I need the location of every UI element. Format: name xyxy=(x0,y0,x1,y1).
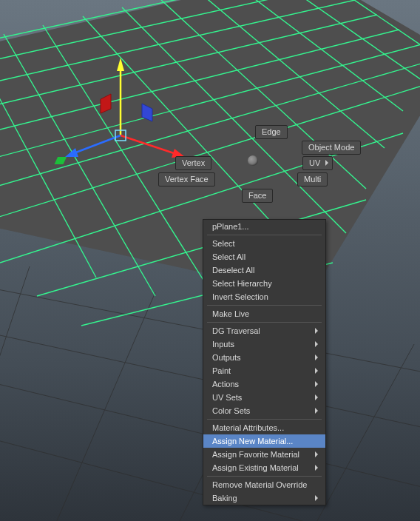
face-label: Face xyxy=(248,191,266,200)
menu-assign-new-material-label: Assign New Material... xyxy=(212,436,293,446)
svg-line-5 xyxy=(52,292,155,521)
menu-dg-traversal[interactable]: DG Traversal xyxy=(203,324,325,337)
menu-outputs[interactable]: Outputs xyxy=(203,351,325,364)
menu-uv-sets-label: UV Sets xyxy=(212,392,242,403)
menu-make-live[interactable]: Make Live xyxy=(203,307,325,320)
menu-remove-material-override[interactable]: Remove Material Override xyxy=(203,478,325,491)
menu-inputs-label: Inputs xyxy=(212,339,234,349)
menu-inputs[interactable]: Inputs xyxy=(203,337,325,351)
multi-label: Multi xyxy=(304,175,321,184)
menu-select[interactable]: Select xyxy=(203,237,325,250)
menu-select-all-label: Select All xyxy=(212,252,245,262)
chevron-right-icon xyxy=(315,408,318,414)
menu-assign-favorite-material-label: Assign Favorite Material xyxy=(212,449,299,460)
face-button[interactable]: Face xyxy=(242,189,273,203)
menu-select-label: Select xyxy=(212,238,235,249)
menu-deselect-all-label: Deselect All xyxy=(212,265,254,275)
menu-paint[interactable]: Paint xyxy=(203,364,325,377)
chevron-right-icon xyxy=(325,160,328,166)
menu-remove-material-override-label: Remove Material Override xyxy=(212,480,307,490)
menu-separator xyxy=(207,322,322,323)
object-mode-button[interactable]: Object Mode xyxy=(302,141,361,155)
menu-separator xyxy=(207,235,322,235)
menu-invert-selection[interactable]: Invert Selection xyxy=(203,290,325,303)
menu-select-all[interactable]: Select All xyxy=(203,250,325,263)
menu-paint-label: Paint xyxy=(212,366,231,376)
menu-material-attributes-label: Material Attributes... xyxy=(212,423,284,433)
menu-separator xyxy=(207,419,322,420)
menu-select-hierarchy-label: Select Hierarchy xyxy=(212,278,272,289)
uv-button[interactable]: UV xyxy=(302,156,333,170)
chevron-right-icon xyxy=(315,354,318,360)
vertex-button[interactable]: Vertex xyxy=(175,156,211,170)
vertex-face-label: Vertex Face xyxy=(165,175,209,184)
menu-color-sets[interactable]: Color Sets xyxy=(203,404,325,417)
menu-assign-existing-material-label: Assign Existing Material xyxy=(212,463,299,473)
context-menu: pPlane1... Select Select All Deselect Al… xyxy=(203,219,326,505)
chevron-right-icon xyxy=(315,465,318,471)
menu-separator xyxy=(207,305,322,306)
menu-actions[interactable]: Actions xyxy=(203,377,325,391)
chevron-right-icon xyxy=(315,328,318,334)
menu-select-hierarchy[interactable]: Select Hierarchy xyxy=(203,277,325,290)
chevron-right-icon xyxy=(315,451,318,457)
menu-baking[interactable]: Baking xyxy=(203,491,325,505)
menu-make-live-label: Make Live xyxy=(212,309,249,319)
menu-uv-sets[interactable]: UV Sets xyxy=(203,391,325,404)
edge-label: Edge xyxy=(262,127,281,136)
menu-assign-favorite-material[interactable]: Assign Favorite Material xyxy=(203,448,325,461)
chevron-right-icon xyxy=(315,341,318,347)
menu-color-sets-label: Color Sets xyxy=(212,406,250,416)
svg-line-7 xyxy=(311,344,414,521)
menu-invert-selection-label: Invert Selection xyxy=(212,292,268,302)
chevron-right-icon xyxy=(315,394,318,400)
menu-baking-label: Baking xyxy=(212,493,237,503)
chevron-right-icon xyxy=(315,495,318,501)
marking-menu-center-dot xyxy=(248,155,258,166)
menu-dg-traversal-label: DG Traversal xyxy=(212,326,260,336)
chevron-right-icon xyxy=(315,381,318,387)
object-mode-label: Object Mode xyxy=(308,143,354,152)
multi-button[interactable]: Multi xyxy=(297,172,328,186)
edge-button[interactable]: Edge xyxy=(255,125,288,139)
chevron-right-icon xyxy=(315,368,318,374)
menu-header-label: pPlane1... xyxy=(212,221,249,232)
menu-outputs-label: Outputs xyxy=(212,352,241,363)
menu-material-attributes[interactable]: Material Attributes... xyxy=(203,421,325,434)
vertex-label: Vertex xyxy=(182,158,205,167)
menu-assign-existing-material[interactable]: Assign Existing Material xyxy=(203,461,325,474)
uv-label: UV xyxy=(309,158,320,167)
menu-deselect-all[interactable]: Deselect All xyxy=(203,263,325,277)
menu-separator xyxy=(207,476,322,477)
svg-line-4 xyxy=(0,266,30,521)
vertex-face-button[interactable]: Vertex Face xyxy=(158,172,215,186)
menu-actions-label: Actions xyxy=(212,379,239,389)
menu-header[interactable]: pPlane1... xyxy=(203,220,325,233)
menu-assign-new-material[interactable]: Assign New Material... xyxy=(203,434,325,448)
